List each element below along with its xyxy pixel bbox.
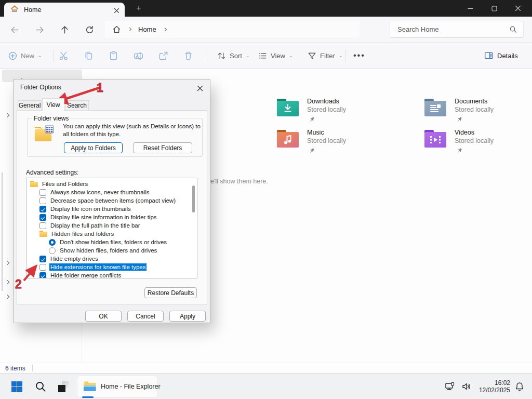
tab-view[interactable]: View	[42, 98, 64, 111]
advanced-setting-item[interactable]: Show hidden files, folders and drives	[26, 246, 197, 255]
folder-views-icon	[34, 125, 55, 145]
advanced-setting-item[interactable]: Hide folder merge conflicts	[26, 271, 197, 278]
advanced-setting-item[interactable]: Hide extensions for known file types	[26, 263, 197, 271]
tree-chevron-icon[interactable]	[5, 113, 9, 117]
advanced-setting-label: Display the full path in the title bar	[49, 222, 141, 229]
sort-button[interactable]: Sort ⌄	[217, 43, 249, 69]
cut-button[interactable]	[59, 43, 69, 69]
breadcrumb-chevron-icon[interactable]	[163, 28, 167, 31]
radio-unselected[interactable]	[49, 247, 56, 254]
paste-button[interactable]	[109, 43, 118, 69]
tile-downloads[interactable]: DownloadsStored locally	[277, 98, 422, 127]
copy-button[interactable]	[84, 43, 94, 69]
breadcrumb: Home	[105, 21, 360, 38]
up-button[interactable]	[56, 17, 73, 43]
cancel-button[interactable]: Cancel	[127, 311, 164, 322]
taskbar-search-button[interactable]	[31, 374, 50, 399]
filter-icon	[308, 51, 316, 60]
filter-button[interactable]: Filter ⌄	[308, 43, 342, 69]
volume-icon[interactable]	[461, 381, 472, 392]
checkbox-checked[interactable]	[39, 214, 46, 221]
tab-general[interactable]: General	[18, 100, 42, 111]
file-explorer-icon	[83, 380, 96, 393]
advanced-setting-item[interactable]: Hide empty drives	[26, 255, 197, 263]
apply-button[interactable]: Apply	[169, 311, 206, 322]
new-label: New	[21, 52, 34, 60]
dialog-close-icon[interactable]	[197, 84, 203, 94]
tree-chevron-icon[interactable]	[5, 295, 9, 299]
search-input[interactable]: Search Home	[390, 21, 524, 38]
clock[interactable]: 16:02 12/02/2025	[479, 379, 510, 394]
close-button[interactable]	[506, 0, 530, 17]
checkbox-checked[interactable]	[39, 206, 46, 212]
radio-selected[interactable]	[49, 239, 56, 246]
advanced-setting-label: Display file size information in folder …	[49, 214, 158, 221]
taskbar-app-file-explorer[interactable]: Home - File Explorer	[77, 376, 158, 397]
new-button[interactable]: New ⌄	[8, 43, 42, 69]
refresh-button[interactable]	[81, 17, 98, 43]
advanced-setting-item[interactable]: Display file size information in folder …	[26, 213, 197, 221]
minimize-button[interactable]	[458, 0, 482, 17]
delete-button[interactable]	[183, 43, 193, 69]
back-button[interactable]	[6, 17, 23, 43]
restore-defaults-button[interactable]: Restore Defaults	[144, 287, 197, 298]
cut-icon	[59, 51, 69, 61]
reset-folders-button[interactable]: Reset Folders	[133, 142, 192, 153]
checkbox-unchecked[interactable]	[39, 189, 46, 196]
apply-to-folders-button[interactable]: Apply to Folders	[64, 142, 123, 153]
new-tab-button[interactable]: +	[136, 3, 141, 14]
breadcrumb-home-icon[interactable]	[112, 25, 121, 34]
advanced-setting-item[interactable]: Don't show hidden files, folders or driv…	[26, 238, 197, 246]
advanced-setting-item[interactable]: Always show icons, never thumbnails	[26, 188, 197, 196]
tile-name: Videos	[455, 129, 474, 136]
annotation-step-1: 1	[97, 81, 103, 95]
tray-date: 12/02/2025	[479, 387, 510, 394]
ok-button[interactable]: OK	[85, 311, 122, 322]
advanced-setting-item[interactable]: Display the full path in the title bar	[26, 221, 197, 230]
checkbox-unchecked[interactable]	[39, 197, 46, 204]
tile-videos[interactable]: VideosStored locally	[424, 129, 532, 158]
advanced-setting-item[interactable]: Files and Folders	[26, 180, 197, 188]
more-options-button[interactable]: •••	[353, 43, 365, 69]
view-label: View	[271, 52, 285, 60]
breadcrumb-chevron-icon[interactable]	[128, 28, 131, 31]
advanced-setting-item[interactable]: Display file icon on thumbnails	[26, 205, 197, 213]
maximize-button[interactable]	[482, 0, 506, 17]
search-icon	[35, 381, 46, 392]
dialog-title: Folder Options	[20, 84, 61, 91]
share-button[interactable]	[158, 43, 168, 69]
tab-close-icon[interactable]	[114, 6, 119, 16]
explorer-tab-home[interactable]: Home	[4, 3, 125, 17]
task-view-button[interactable]	[54, 374, 73, 399]
rename-button[interactable]	[134, 43, 143, 69]
file-explorer-window: Home +	[0, 0, 532, 399]
notification-bell-icon[interactable]	[514, 381, 525, 392]
folder-icon	[30, 181, 38, 187]
tab-search[interactable]: Search	[65, 100, 89, 111]
tree-chevron-icon[interactable]	[5, 280, 9, 284]
running-app-indicator	[82, 396, 94, 398]
checkbox-checked[interactable]	[39, 256, 46, 262]
list-scrollbar-thumb[interactable]	[192, 185, 195, 212]
tile-documents[interactable]: DocumentsStored locally	[424, 98, 532, 127]
checkbox-checked[interactable]	[39, 272, 46, 279]
copy-icon	[84, 51, 94, 61]
details-button[interactable]: Details	[484, 43, 518, 69]
view-button[interactable]: View ⌄	[258, 43, 293, 69]
tile-status: Stored locally	[307, 106, 346, 113]
navpane-scrollbar[interactable]	[2, 172, 3, 291]
tree-chevron-icon[interactable]	[5, 261, 9, 265]
checkbox-unchecked[interactable]	[39, 264, 46, 271]
advanced-setting-item[interactable]: Decrease space between items (compact vi…	[26, 196, 197, 205]
breadcrumb-item-home[interactable]: Home	[138, 25, 156, 33]
trash-icon	[183, 51, 193, 61]
start-button[interactable]	[7, 374, 26, 399]
advanced-setting-label: Decrease space between items (compact vi…	[49, 197, 177, 204]
tile-music[interactable]: MusicStored locally	[277, 129, 422, 158]
advanced-setting-item[interactable]: Hidden files and folders	[26, 230, 197, 238]
checkbox-unchecked[interactable]	[39, 222, 46, 229]
tile-name: Music	[307, 129, 324, 136]
network-icon[interactable]	[445, 381, 455, 392]
search-icon[interactable]	[509, 25, 517, 33]
forward-button[interactable]	[31, 17, 48, 43]
